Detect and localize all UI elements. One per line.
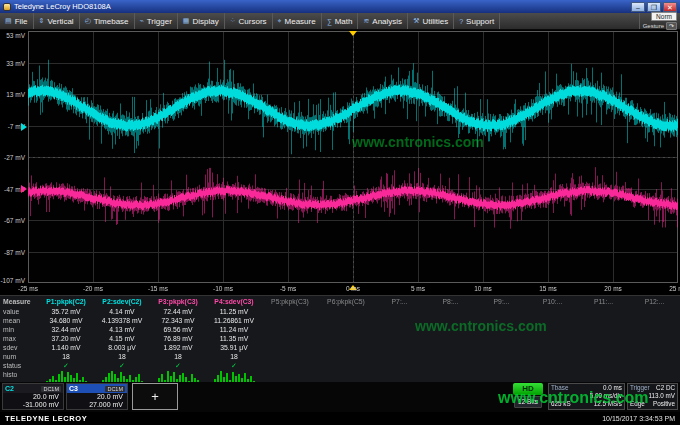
add-trace-button[interactable]: + xyxy=(132,383,178,410)
measure-cell xyxy=(425,343,476,352)
gesture-undo-icon[interactable]: ↷ xyxy=(666,22,677,30)
channel-c3-offset: 27.000 mV xyxy=(67,401,127,409)
measure-cell xyxy=(425,325,476,334)
x-axis-label: -25 ms xyxy=(18,285,38,292)
measure-col-header: P12:... xyxy=(629,296,680,307)
status-cell xyxy=(374,361,425,370)
measure-cell xyxy=(476,307,527,316)
menu-item-trigger[interactable]: ⌁Trigger xyxy=(135,13,178,29)
menu-item-label: Math xyxy=(335,17,353,26)
c3-level-marker[interactable] xyxy=(21,185,27,193)
channel-descriptor-c3[interactable]: C3 DC1M 20.0 mV 27.000 mV xyxy=(66,383,128,410)
menu-item-support[interactable]: ?Support xyxy=(454,13,500,29)
measure-cell xyxy=(425,316,476,325)
menu-item-vertical[interactable]: ⇕Vertical xyxy=(34,13,80,29)
maximize-button[interactable]: ❐ xyxy=(647,2,661,12)
menu-item-analysis[interactable]: ≋Analysis xyxy=(358,13,408,29)
menu-item-cursors[interactable]: ⁘Cursors xyxy=(225,13,273,29)
measure-col-header: P9:... xyxy=(476,296,527,307)
menu-item-display[interactable]: ▦Display xyxy=(178,13,225,29)
x-axis-label: 5 ms xyxy=(411,285,425,292)
measure-col-header: P8:... xyxy=(425,296,476,307)
menu-item-label: File xyxy=(15,17,28,26)
measure-cell xyxy=(527,316,578,325)
measure-row-label: histo xyxy=(0,370,38,379)
measure-cell: 37.20 mV xyxy=(38,334,94,343)
norm-button[interactable]: Norm xyxy=(651,12,677,21)
measure-cell xyxy=(629,334,680,343)
measure-col-header: P10:... xyxy=(527,296,578,307)
measure-cell xyxy=(527,343,578,352)
trigger-mode-widget: Norm Gesture ↷ xyxy=(639,13,680,29)
measure-cell: 4.14 mV xyxy=(94,307,150,316)
measure-table: MeasureP1:pkpk(C2)P2:sdev(C2)P3:pkpk(C3)… xyxy=(0,295,680,385)
trigger-descriptor[interactable]: Trigger C2 DC 113.0 mV Edge Positive xyxy=(627,383,678,410)
menu-item-timebase[interactable]: ◴Timebase xyxy=(80,13,135,29)
tbase-delay: 0.0 ms xyxy=(603,384,622,392)
measure-cell xyxy=(262,343,318,352)
menu-item-label: Trigger xyxy=(147,17,172,26)
channel-c2-vdiv: 20.0 mV xyxy=(3,393,63,401)
gesture-label: Gesture xyxy=(643,23,664,29)
x-axis-label: -15 ms xyxy=(148,285,168,292)
measure-cell xyxy=(374,352,425,361)
status-cell xyxy=(318,361,374,370)
measure-cell xyxy=(318,307,374,316)
waveform-grid[interactable] xyxy=(28,31,678,283)
descriptor-strip: C2 DC1M 20.0 mV -31.000 mV C3 DC1M 20.0 … xyxy=(0,382,680,412)
measure-cell xyxy=(527,325,578,334)
x-axis-labels: -25 ms-20 ms-15 ms-10 ms-5 ms0 ms5 ms10 … xyxy=(28,284,678,295)
display-menu-icon: ▦ xyxy=(183,17,190,25)
measure-cell: 35.91 μV xyxy=(206,343,262,352)
y-axis-label: -67 mV xyxy=(4,217,25,224)
measure-col-header: P4:sdev(C3) xyxy=(206,296,262,307)
measure-row-label: value xyxy=(0,307,38,316)
c2-level-marker[interactable] xyxy=(21,123,27,131)
status-cell xyxy=(578,361,629,370)
timebase-descriptor[interactable]: Tbase 0.0 ms 5.00 ms/div 625 kS 12.5 MS/… xyxy=(548,383,625,410)
channel-c3-header: C3 DC1M xyxy=(67,384,127,393)
measure-cell: 11.26861 mV xyxy=(206,316,262,325)
measure-cell xyxy=(318,325,374,334)
menu-item-label: Analysis xyxy=(372,17,402,26)
measure-col-header: P6:pkpk(C5) xyxy=(318,296,374,307)
waveform-canvas[interactable] xyxy=(28,31,678,283)
hd-badge: HD xyxy=(513,383,543,395)
menu-item-utilities[interactable]: ⚒Utilities xyxy=(408,13,454,29)
channel-c3-vdiv: 20.0 mV xyxy=(67,393,127,401)
measure-col-header: P2:sdev(C2) xyxy=(94,296,150,307)
file-menu-icon: ▤ xyxy=(5,17,12,25)
menu-item-math[interactable]: ∑Math xyxy=(322,13,359,29)
measure-cell: 69.56 mV xyxy=(150,325,206,334)
status-cell: ✓ xyxy=(94,361,150,370)
math-menu-icon: ∑ xyxy=(327,18,332,25)
measure-cell xyxy=(262,334,318,343)
x-axis-label: 0 ms xyxy=(346,285,360,292)
measure-cell: 11.24 mV xyxy=(206,325,262,334)
measure-cell xyxy=(527,352,578,361)
menu-item-label: Vertical xyxy=(47,17,73,26)
menu-item-measure[interactable]: ⌖Measure xyxy=(273,13,322,29)
y-axis-label: -87 mV xyxy=(4,248,25,255)
measure-row-label: num xyxy=(0,352,38,361)
timestamp: 10/15/2017 3:34:53 PM xyxy=(602,415,675,422)
close-button[interactable]: ✕ xyxy=(663,2,677,12)
hd-bits-label: 12 Bits xyxy=(514,396,542,408)
measure-cell xyxy=(374,325,425,334)
status-cell: ✓ xyxy=(38,361,94,370)
measure-cell: 4.139378 mV xyxy=(94,316,150,325)
support-menu-icon: ? xyxy=(459,18,463,25)
minimize-button[interactable]: – xyxy=(631,2,645,12)
channel-c2-header: C2 DC1M xyxy=(3,384,63,393)
measure-cell xyxy=(318,316,374,325)
measure-cell xyxy=(374,343,425,352)
measure-cell xyxy=(262,325,318,334)
menu-item-file[interactable]: ▤File xyxy=(0,13,34,29)
channel-c2-offset: -31.000 mV xyxy=(3,401,63,409)
measure-cell: 4.15 mV xyxy=(94,334,150,343)
menu-item-label: Support xyxy=(466,17,494,26)
tbase-rate: 12.5 MS/s xyxy=(594,400,622,408)
channel-descriptor-c2[interactable]: C2 DC1M 20.0 mV -31.000 mV xyxy=(2,383,64,410)
trigger-time-marker[interactable] xyxy=(349,31,357,36)
measure-col-header: P3:pkpk(C3) xyxy=(150,296,206,307)
